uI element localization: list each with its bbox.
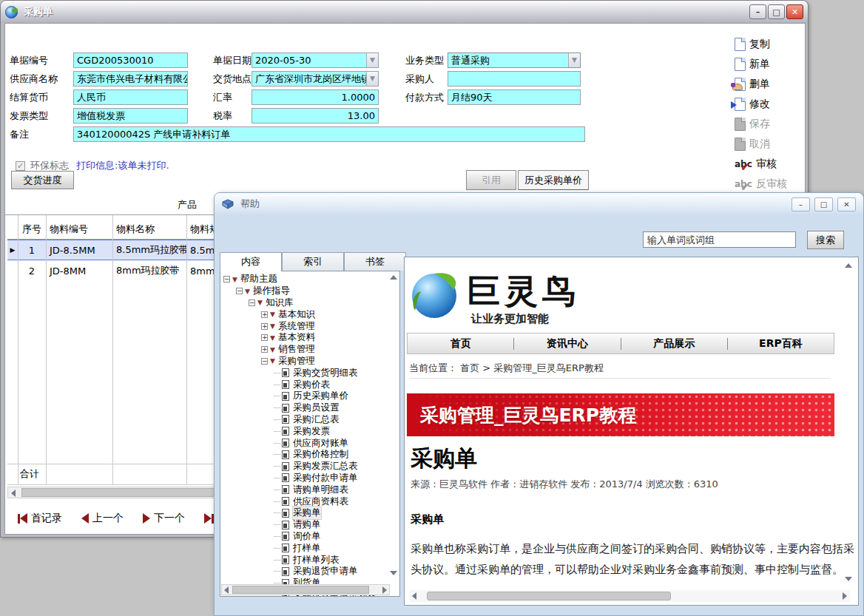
invoice-type-field[interactable]: 增值税发票 (73, 108, 188, 123)
action-copy-button[interactable]: 复制 (735, 34, 805, 54)
tree-item[interactable]: −▼知识库 (222, 297, 389, 309)
tree-item[interactable]: 采购价表 (222, 379, 389, 390)
supplier-field[interactable]: 东莞市伟兴电子材料有限公司 (73, 71, 188, 87)
tree-item[interactable]: 采购汇总表 (222, 414, 389, 426)
collapse-icon[interactable]: − (236, 288, 243, 294)
tree-item[interactable]: 采购交货明细表 (222, 367, 389, 379)
exchange-rate-field[interactable]: 1.0000 (252, 89, 379, 105)
content-scroll-up-icon[interactable] (845, 263, 852, 268)
expand-icon[interactable]: + (261, 311, 268, 318)
site-nav-0[interactable]: 首页 (408, 337, 513, 351)
recnav-prev-button[interactable]: 上一个 (81, 512, 124, 525)
site-tagline: 让业务更加智能 (471, 312, 549, 326)
tree-guide (274, 524, 280, 525)
tree-item[interactable]: 请购单明细表 (222, 484, 389, 495)
page-icon (282, 497, 289, 506)
expand-icon[interactable]: + (261, 334, 268, 341)
delivery-place-field[interactable]: 广东省深圳市龙岗区坪地镇六 ▼ (252, 71, 379, 87)
tree-item[interactable]: 采购员设置 (222, 402, 389, 414)
recnav-label: 首记录 (31, 512, 62, 525)
tree-item[interactable]: 询价单 (222, 531, 389, 543)
help-minimize-button[interactable]: – (792, 197, 810, 211)
tree-item[interactable]: 采购发票汇总表 (222, 461, 389, 473)
site-nav-2[interactable]: 产品展示 (621, 337, 727, 351)
content-scroll-down-icon[interactable] (845, 577, 852, 581)
tree-h-scroll-thumb[interactable] (232, 586, 369, 594)
tree-item[interactable]: +▼基本资料 (222, 332, 389, 344)
remark-field[interactable]: 34012000042S 产线申请补料订单 (73, 126, 585, 142)
tax-rate-field[interactable]: 13.00 (252, 108, 379, 123)
tree-item[interactable]: 供应商资料表 (222, 495, 389, 507)
collapse-icon[interactable]: − (261, 358, 268, 365)
history-price-button[interactable]: 历史采购单价 (518, 170, 589, 190)
action-delete-button[interactable]: 删单 (735, 74, 805, 94)
collapse-icon[interactable]: − (249, 299, 255, 306)
action-new-button[interactable]: 新单 (735, 54, 805, 74)
tab-contents[interactable]: 内容 (220, 252, 282, 271)
tree-item[interactable]: 采购发票 (222, 425, 389, 437)
doc-no-field[interactable]: CGD200530010 (73, 53, 188, 68)
recnav-next-button[interactable]: 下一个 (143, 512, 185, 525)
tree-scroll-right-icon[interactable] (382, 586, 387, 594)
recnav-last-icon (204, 513, 214, 524)
tree-item[interactable]: 请购单 (222, 519, 389, 531)
eco-checkbox[interactable]: ✓ (16, 160, 25, 171)
content-h-scroll-thumb[interactable] (427, 592, 671, 600)
tab-bookmarks[interactable]: 书签 (344, 252, 406, 271)
tab-index[interactable]: 索引 (282, 252, 344, 271)
tree-item[interactable]: 打样单 (222, 542, 389, 554)
content-scroll-left-icon[interactable] (412, 592, 416, 600)
tree-item[interactable]: −▼帮助主题 (222, 274, 389, 285)
action-audit-button[interactable]: abc✔审核 (735, 154, 805, 174)
tree-item[interactable]: −▼操作指导 (222, 285, 389, 297)
buyer-field[interactable] (448, 71, 581, 87)
tree-item[interactable]: +▼系统管理 (222, 320, 389, 332)
doc-date-field[interactable]: 2020-05-30 ▼ (252, 53, 379, 68)
site-nav-3[interactable]: ERP百科 (728, 337, 834, 351)
currency-field[interactable]: 人民币 (73, 89, 188, 105)
help-close-button[interactable]: ✕ (837, 197, 856, 211)
search-input[interactable]: 输入单词或词组 (643, 231, 796, 248)
tree-item[interactable]: 采购价格控制 (222, 449, 389, 461)
scroll-left-icon[interactable] (11, 490, 16, 497)
tree-scroll-down-icon[interactable] (390, 571, 397, 575)
content-h-scrollbar[interactable] (409, 590, 850, 602)
product-tab[interactable]: 产品 (178, 197, 197, 212)
expand-icon[interactable]: + (261, 346, 268, 353)
tree-item[interactable]: 历史采购单价 (222, 390, 389, 402)
tree-scroll-up-icon[interactable] (390, 275, 397, 280)
quote-button[interactable]: 引用 (466, 170, 516, 190)
maximize-button[interactable]: □ (768, 4, 785, 19)
tree-item[interactable]: +▼销售管理 (222, 344, 389, 356)
delivery-progress-button[interactable]: 交货进度 (11, 171, 74, 189)
tree-guide (274, 583, 280, 583)
tree-item[interactable]: 采购退货申请单 (222, 566, 389, 578)
biz-type-dropdown-arrow-icon[interactable]: ▼ (568, 53, 580, 67)
help-titlebar[interactable]: 帮助 – □ ✕ (215, 193, 863, 215)
tree-item-label: 打样单列表 (293, 554, 340, 566)
collapse-icon[interactable]: − (223, 276, 230, 282)
payment-field[interactable]: 月结90天 (448, 89, 581, 105)
recnav-first-button[interactable]: 首记录 (18, 512, 62, 525)
minimize-button[interactable]: – (749, 4, 766, 19)
site-nav-1[interactable]: 资讯中心 (514, 337, 620, 351)
tree-item[interactable]: 采购付款申请单 (222, 473, 389, 484)
help-maximize-button[interactable]: □ (814, 197, 833, 211)
search-button[interactable]: 搜索 (807, 231, 844, 249)
close-button[interactable]: ✕ (786, 4, 803, 19)
tree-scroll-left-icon[interactable] (224, 586, 229, 594)
tree-item[interactable]: +▼基本知识 (222, 308, 389, 320)
tree-h-scrollbar[interactable] (221, 584, 390, 595)
tree-item[interactable]: 供应商对账单 (222, 437, 389, 449)
biz-type-field[interactable]: 普通采购 ▼ (448, 53, 581, 68)
tree-item[interactable]: 采购单 (222, 507, 389, 519)
tree-item[interactable]: 打样单列表 (222, 554, 389, 566)
recnav-last-button[interactable] (204, 513, 214, 524)
doc-date-dropdown-arrow-icon[interactable]: ▼ (366, 53, 378, 67)
delivery-place-dropdown-arrow-icon[interactable]: ▼ (366, 72, 378, 86)
main-titlebar[interactable]: 采购单 – □ ✕ (1, 1, 808, 23)
action-modify-button[interactable]: 修改 (735, 94, 805, 114)
expand-icon[interactable]: + (261, 323, 268, 330)
tree-item[interactable]: −▼采购管理 (222, 356, 389, 368)
content-scroll-right-icon[interactable] (843, 592, 847, 600)
